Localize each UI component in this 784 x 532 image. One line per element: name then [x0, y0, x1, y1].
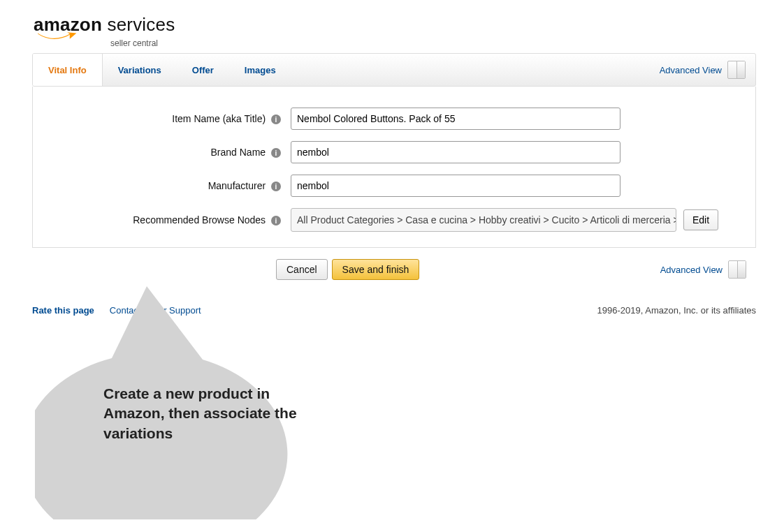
advanced-view-label: Advanced View	[660, 65, 722, 75]
input-manufacturer[interactable]	[291, 175, 620, 197]
annotation-text: Create a new product in Amazon, then ass…	[103, 384, 299, 443]
advanced-view-toggle-top[interactable]: Advanced View	[660, 54, 755, 86]
input-item-name[interactable]	[291, 108, 620, 130]
tab-vital-info[interactable]: Vital Info	[33, 54, 103, 86]
toggle-icon	[728, 260, 746, 279]
info-icon[interactable]: i	[271, 148, 281, 158]
annotation-callout: Create a new product in Amazon, then ass…	[35, 286, 335, 519]
action-bar: Cancel Save and finish Advanced View	[32, 259, 756, 280]
info-icon[interactable]: i	[271, 182, 281, 191]
row-browse-nodes: Recommended Browse Nodes i All Product C…	[47, 208, 741, 232]
label-manufacturer: Manufacturer	[208, 180, 266, 191]
copyright-text: 1996-2019, Amazon, Inc. or its affiliate…	[597, 305, 756, 316]
info-icon[interactable]: i	[271, 216, 281, 226]
tab-images[interactable]: Images	[229, 54, 291, 86]
tab-variations[interactable]: Variations	[103, 54, 177, 86]
logo-subtitle: seller central	[110, 38, 756, 48]
logo-services: services	[107, 14, 175, 35]
row-manufacturer: Manufacturer i	[47, 175, 741, 197]
info-icon[interactable]: i	[271, 114, 281, 124]
logo: amazon services seller central	[34, 14, 756, 47]
cancel-button[interactable]: Cancel	[276, 259, 328, 280]
tab-offer[interactable]: Offer	[177, 54, 229, 86]
browse-nodes-value: All Product Categories > Casa e cucina >…	[291, 208, 676, 232]
logo-brand: amazon	[34, 14, 102, 35]
label-brand-name: Brand Name	[211, 147, 266, 158]
row-item-name: Item Name (aka Title) i	[47, 108, 741, 130]
advanced-view-toggle-bottom[interactable]: Advanced View	[660, 260, 756, 279]
edit-browse-nodes-button[interactable]: Edit	[683, 209, 718, 230]
advanced-view-label: Advanced View	[660, 265, 723, 275]
label-browse-nodes: Recommended Browse Nodes	[133, 214, 266, 226]
form-panel: Item Name (aka Title) i Brand Name i Man…	[32, 87, 756, 248]
tab-bar: Vital Info Variations Offer Images Advan…	[32, 53, 756, 87]
label-item-name: Item Name (aka Title)	[172, 113, 266, 124]
toggle-icon	[727, 61, 746, 79]
row-brand-name: Brand Name i	[47, 141, 741, 163]
save-and-finish-button[interactable]: Save and finish	[332, 259, 420, 280]
input-brand-name[interactable]	[291, 141, 620, 163]
